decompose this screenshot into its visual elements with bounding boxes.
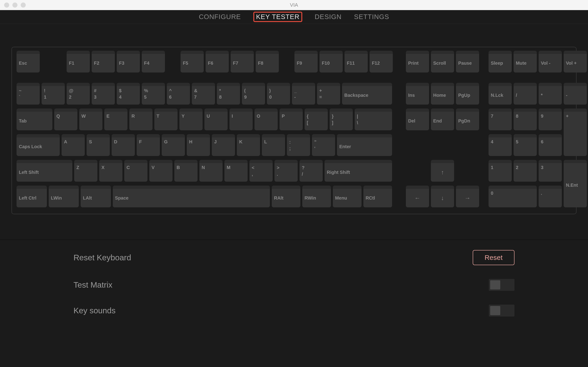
key-x[interactable]: X [99,160,122,182]
close-icon[interactable] [4,2,9,8]
key-home[interactable]: Home [431,83,454,105]
key-enter[interactable]: Enter [337,134,392,156]
key-arrow-up[interactable]: ↑ [431,160,454,182]
key-mute[interactable]: Mute [514,51,537,73]
key-4[interactable]: $4 [117,83,140,105]
test-matrix-toggle[interactable] [489,279,515,291]
key-0[interactable]: )0 [267,83,290,105]
key-menu[interactable]: Menu [333,186,362,207]
key-z[interactable]: Z [74,160,97,182]
key-numpad-2[interactable]: 2 [514,160,537,182]
key-8[interactable]: *8 [217,83,240,105]
key-insert[interactable]: Ins [406,83,429,105]
key-f[interactable]: F [137,134,160,156]
key-2[interactable]: @2 [67,83,90,105]
key-rbracket[interactable]: }] [330,108,353,130]
key-p[interactable]: P [279,108,303,130]
key-h[interactable]: H [187,134,210,156]
tab-configure[interactable]: CONFIGURE [199,13,241,21]
key-lwin[interactable]: LWin [49,186,79,207]
key-pgup[interactable]: PgUp [456,83,479,105]
key-g[interactable]: G [162,134,185,156]
key-f11[interactable]: F11 [345,51,368,73]
key-sounds-toggle[interactable] [489,305,515,317]
key-f1[interactable]: F1 [67,51,90,73]
key-numpad-5[interactable]: 5 [514,134,537,156]
key-sleep[interactable]: Sleep [489,51,512,73]
key-numpad-add[interactable]: + [564,108,587,156]
key-print[interactable]: Print [406,51,429,73]
minimize-icon[interactable] [12,2,17,8]
key-f6[interactable]: F6 [206,51,229,73]
key-numpad-3[interactable]: 3 [539,160,562,182]
key-space[interactable]: Space [113,186,270,207]
key-f5[interactable]: F5 [181,51,204,73]
key-tab[interactable]: Tab [17,108,52,130]
key-esc[interactable]: Esc [17,51,40,73]
key-numpad-8[interactable]: 8 [514,108,537,130]
key-i[interactable]: I [229,108,253,130]
key-numlock[interactable]: N.Lck [489,83,512,105]
key-d[interactable]: D [112,134,135,156]
key-w[interactable]: W [79,108,103,130]
key-s[interactable]: S [86,134,110,156]
key-lctrl[interactable]: Left Ctrl [17,186,47,207]
window-controls[interactable] [4,2,26,8]
key-f12[interactable]: F12 [370,51,393,73]
key-pgdn[interactable]: PgDn [456,108,479,130]
key-vol-down[interactable]: Vol - [539,51,562,73]
key-numpad-0[interactable]: 0 [489,186,537,207]
key-end[interactable]: End [431,108,454,130]
key-slash[interactable]: ?/ [300,160,323,182]
key-numpad-9[interactable]: 9 [539,108,562,130]
key-m[interactable]: M [225,160,248,182]
key-rshift[interactable]: Right Shift [325,160,392,182]
reset-button[interactable]: Reset [473,250,515,265]
key-f10[interactable]: F10 [320,51,343,73]
key-rwin[interactable]: RWin [302,186,331,207]
key-f3[interactable]: F3 [117,51,140,73]
key-grave[interactable]: ~` [17,83,40,105]
key-vol-up[interactable]: Vol + [564,51,587,73]
key-lshift[interactable]: Left Shift [17,160,72,182]
key-comma[interactable]: <, [250,160,273,182]
key-5[interactable]: %5 [142,83,165,105]
key-numpad-4[interactable]: 4 [489,134,512,156]
key-j[interactable]: J [212,134,235,156]
key-3[interactable]: #3 [92,83,115,105]
key-1[interactable]: !1 [42,83,65,105]
tab-key-tester[interactable]: KEY TESTER [253,12,302,22]
key-r[interactable]: R [129,108,153,130]
tab-settings[interactable]: SETTINGS [354,13,389,21]
key-numpad-7[interactable]: 7 [489,108,512,130]
key-minus[interactable]: _- [292,83,315,105]
key-u[interactable]: U [204,108,228,130]
key-t[interactable]: T [154,108,178,130]
key-backspace[interactable]: Backspace [342,83,392,105]
key-k[interactable]: K [237,134,260,156]
key-lalt[interactable]: LAlt [81,186,111,207]
key-arrow-down[interactable]: ↓ [431,186,454,207]
key-numpad-6[interactable]: 6 [539,134,562,156]
key-semicolon[interactable]: :; [287,134,310,156]
key-q[interactable]: Q [54,108,78,130]
key-f4[interactable]: F4 [142,51,165,73]
key-n[interactable]: N [199,160,223,182]
key-rctrl[interactable]: RCtl [363,186,392,207]
key-arrow-right[interactable]: → [456,186,479,207]
tab-design[interactable]: DESIGN [315,13,342,21]
key-backslash[interactable]: |\ [355,108,392,130]
key-6[interactable]: ^6 [167,83,190,105]
key-b[interactable]: B [174,160,198,182]
key-v[interactable]: V [149,160,173,182]
key-l[interactable]: L [262,134,285,156]
key-e[interactable]: E [104,108,128,130]
key-f2[interactable]: F2 [92,51,115,73]
key-a[interactable]: A [61,134,85,156]
key-7[interactable]: &7 [192,83,215,105]
key-scroll[interactable]: Scroll [431,51,454,73]
key-lbracket[interactable]: {[ [304,108,328,130]
key-quote[interactable]: "' [312,134,335,156]
key-arrow-left[interactable]: ← [406,186,429,207]
key-numpad-enter[interactable]: N.Ent [564,160,587,207]
